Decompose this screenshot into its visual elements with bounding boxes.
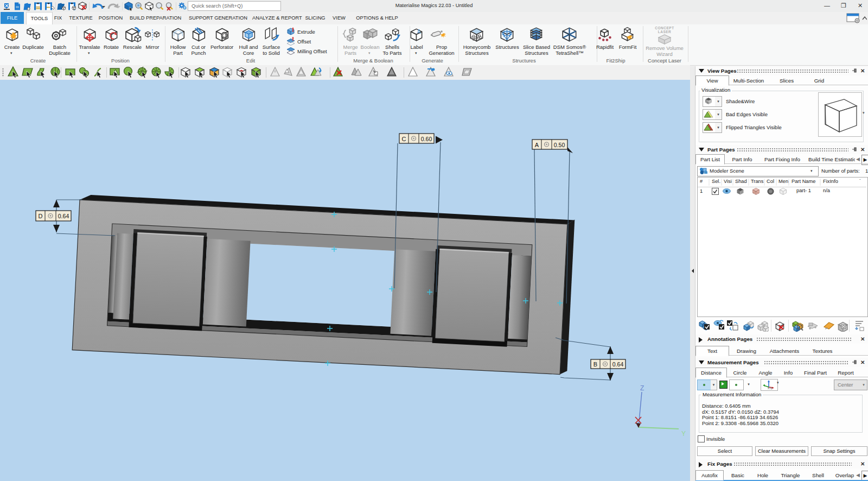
svg-text:Z: Z xyxy=(640,384,644,392)
svg-text:XYZ: XYZ xyxy=(768,387,773,390)
svg-text:D: D xyxy=(39,213,43,219)
svg-text:A: A xyxy=(535,142,539,148)
svg-text:B: B xyxy=(593,361,597,368)
svg-text:0.64: 0.64 xyxy=(58,213,69,219)
svg-text:Y: Y xyxy=(681,430,686,438)
svg-text:A: A xyxy=(417,29,421,35)
svg-text:0.50: 0.50 xyxy=(554,142,565,148)
svg-text:0.64: 0.64 xyxy=(612,361,624,368)
svg-text:0.60: 0.60 xyxy=(421,136,432,142)
svg-text:C: C xyxy=(402,136,406,142)
